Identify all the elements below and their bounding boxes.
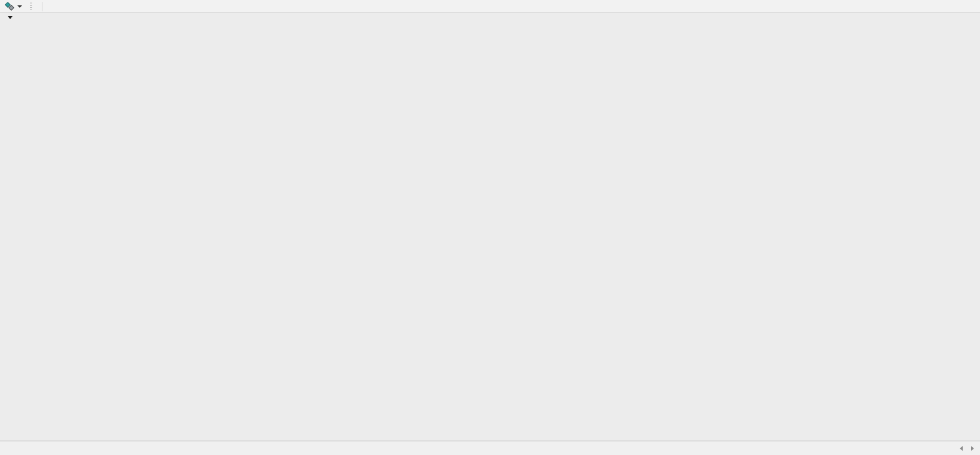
toolbar-separator [42, 2, 42, 11]
tab-scroll-right-icon[interactable] [971, 446, 974, 451]
triangle-down-icon [8, 16, 13, 19]
chevron-down-icon [17, 5, 22, 8]
chart-tabs [0, 441, 7, 455]
chart-symbol-icon[interactable] [2, 2, 24, 11]
chart-canvas[interactable] [0, 0, 980, 455]
chart-tab-bar [0, 441, 980, 455]
tab-scroll-left-icon[interactable] [960, 446, 963, 451]
toolbar-grip [30, 2, 32, 11]
chart-symbol-glyph [4, 2, 15, 11]
chart-title [8, 16, 32, 19]
tab-scroll-buttons [960, 441, 974, 455]
mt4-window [0, 0, 980, 455]
toolbar [0, 0, 980, 13]
